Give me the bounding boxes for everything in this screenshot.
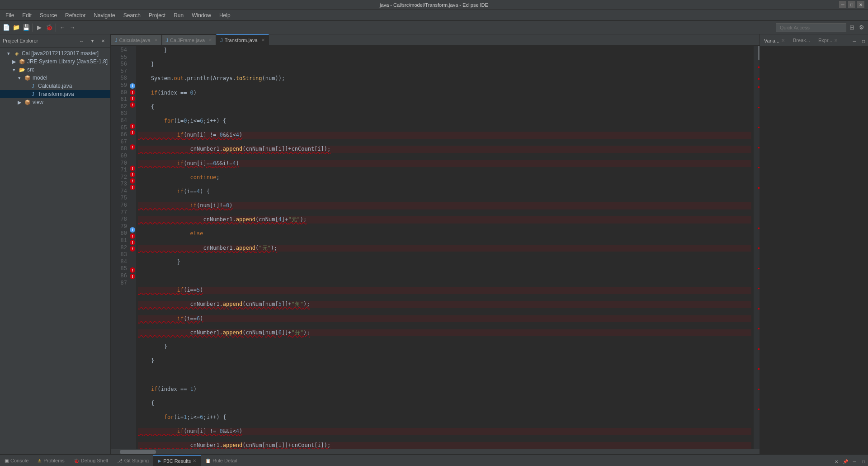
menu-file[interactable]: File (2, 11, 18, 19)
tree-project-cal[interactable]: ▾ ◈ Cal [java201721123017 master] (0, 49, 110, 57)
line-num: 75 (113, 195, 127, 202)
right-tab-variables-label: Varia... (764, 38, 779, 43)
toolbar-new[interactable]: 📄 (2, 23, 11, 32)
sidebar-collapse[interactable]: ▾ (88, 36, 97, 45)
right-panel-maximize[interactable]: □ (859, 37, 868, 46)
menu-refactor[interactable]: Refactor (61, 11, 89, 19)
line-num: 58 (113, 75, 127, 82)
toolbar-debug[interactable]: 🐞 (45, 23, 54, 32)
line-num: 76 (113, 202, 127, 209)
tree-model[interactable]: ▾ 📦 model (0, 74, 110, 82)
toolbar-save[interactable]: 💾 (22, 23, 31, 32)
err-tick-9 (758, 228, 760, 229)
sidebar-tree: ▾ ◈ Cal [java201721123017 master] ▶ 📦 JR… (0, 48, 110, 454)
tab-close-transform[interactable]: ✕ (261, 38, 265, 43)
expand-icon: ▾ (16, 75, 23, 81)
menu-run[interactable]: Run (170, 11, 187, 19)
gutter-76 (129, 198, 136, 205)
bottom-tab-console[interactable]: ▣ Console (0, 455, 33, 466)
line-num: 80 (113, 230, 127, 238)
bottom-tab-rule[interactable]: 📋 Rule Detail (201, 455, 241, 466)
bottom-tab-bar: ▣ Console ⚠ Problems 🐞 Debug Shell ⎇ Git… (0, 455, 868, 466)
toolbar-settings[interactable]: ⚙ (857, 23, 866, 32)
tree-transform-java[interactable]: J Transform.java (0, 90, 110, 98)
tree-src[interactable]: ▾ 📂 src (0, 66, 110, 74)
line-numbers: 54 55 56 57 58 59 60 61 62 63 64 65 66 6… (111, 46, 129, 449)
bottom-panel: ▣ Console ⚠ Problems 🐞 Debug Shell ⎇ Git… (0, 454, 868, 466)
bottom-tab-git[interactable]: ⎇ Git Staging (113, 455, 153, 466)
bottom-tab-debug[interactable]: 🐞 Debug Shell (69, 455, 113, 466)
line-76: } (138, 357, 751, 365)
gutter-75 (129, 191, 136, 198)
line-num: 86 (113, 273, 127, 280)
toolbar-run[interactable]: ▶ (35, 23, 44, 32)
horiz-scroll-track[interactable] (111, 450, 760, 454)
line-num: 56 (113, 61, 127, 68)
line-73: if(i==6) (138, 315, 751, 323)
menu-navigate[interactable]: Navigate (90, 11, 118, 19)
menu-source[interactable]: Source (36, 11, 61, 19)
error-gutter: i ! ! ! ! ! ! ! ! ! ! (129, 46, 136, 449)
right-tab-expressions-close[interactable]: ✕ (834, 38, 838, 43)
bottom-panel-maximize[interactable]: □ (859, 457, 868, 466)
tree-calculate-java[interactable]: J Calculate.java (0, 82, 110, 90)
tree-view[interactable]: ▶ 📦 view (0, 98, 110, 106)
bottom-tab-problems-label: Problems (43, 458, 64, 463)
gutter-55 (129, 54, 136, 62)
toolbar-forward[interactable]: → (68, 23, 77, 32)
tab-calculate-java[interactable]: J Calculate.java ✕ (111, 34, 162, 45)
menu-bar: File Edit Source Refactor Navigate Searc… (0, 10, 868, 21)
line-num: 65 (113, 125, 127, 132)
gutter-80: i (130, 227, 135, 233)
close-button[interactable]: ✕ (857, 1, 864, 8)
line-74: cnNumber1.append(cnNum[num[6]]+"分"); (138, 329, 751, 337)
toolbar-back[interactable]: ← (58, 23, 67, 32)
overview-ruler (753, 46, 760, 449)
tab-close-caljframe[interactable]: ✕ (208, 38, 212, 43)
menu-edit[interactable]: Edit (19, 11, 35, 19)
right-tab-expressions[interactable]: Expr... ✕ (814, 35, 842, 46)
rule-icon: 📋 (205, 458, 211, 463)
bottom-panel-minimize[interactable]: ─ (850, 457, 859, 466)
toolbar-perspective[interactable]: ⊞ (847, 23, 856, 32)
bottom-tab-problems[interactable]: ⚠ Problems (33, 455, 69, 466)
gutter-79 (129, 219, 136, 226)
right-panel-minimize[interactable]: ─ (850, 37, 859, 46)
line-59: for(i=0;i<=6;i++) { (138, 118, 751, 125)
bottom-panel-close[interactable]: ✕ (832, 457, 841, 466)
quick-access-input[interactable] (776, 23, 846, 32)
bottom-tab-p3c-close[interactable]: ✕ (193, 458, 196, 463)
right-tab-variables-close[interactable]: ✕ (781, 38, 785, 43)
code-content[interactable]: } } System.out.println(Arrays.toString(n… (136, 46, 753, 449)
toolbar-open[interactable]: 📁 (12, 23, 21, 32)
bottom-panel-pin[interactable]: 📌 (841, 457, 850, 466)
tab-close-calculate[interactable]: ✕ (154, 38, 158, 43)
gutter-68: ! (130, 144, 135, 150)
project-label: Cal [java201721123017 master] (22, 50, 99, 57)
menu-project[interactable]: Project (145, 11, 169, 19)
gutter-67 (129, 136, 136, 143)
right-tab-breakpoints[interactable]: Break... (789, 35, 814, 46)
sidebar-close[interactable]: ✕ (99, 36, 108, 45)
line-54: } (138, 47, 751, 54)
bottom-tab-p3c[interactable]: ▶ P3C Results ✕ (153, 455, 201, 466)
gutter-64 (129, 116, 136, 123)
line-num: 67 (113, 139, 127, 146)
right-tab-variables[interactable]: Varia... ✕ (760, 35, 789, 46)
menu-search[interactable]: Search (120, 11, 144, 19)
tab-caljframe-java[interactable]: J CalJFrame.java ✕ (162, 34, 217, 45)
horiz-scroll-thumb[interactable] (120, 450, 156, 454)
problems-icon: ⚠ (38, 458, 42, 463)
toolbar-sep-1 (33, 24, 33, 32)
minimize-button[interactable]: ─ (839, 1, 846, 8)
tab-transform-java[interactable]: J Transform.java ✕ (216, 34, 269, 45)
line-61: cnNumber1.append(cnNum[num[i]]+cnCount[i… (138, 146, 751, 153)
horiz-scrollbar[interactable] (111, 449, 760, 454)
sidebar-sync[interactable]: ↔ (77, 36, 86, 45)
menu-help[interactable]: Help (216, 11, 234, 19)
line-num: 77 (113, 209, 127, 217)
tree-jre[interactable]: ▶ 📦 JRE System Library [JavaSE-1.8] (0, 57, 110, 66)
menu-window[interactable]: Window (188, 11, 215, 19)
calculate-label: Calculate.java (38, 83, 72, 89)
maximize-button[interactable]: □ (848, 1, 855, 8)
